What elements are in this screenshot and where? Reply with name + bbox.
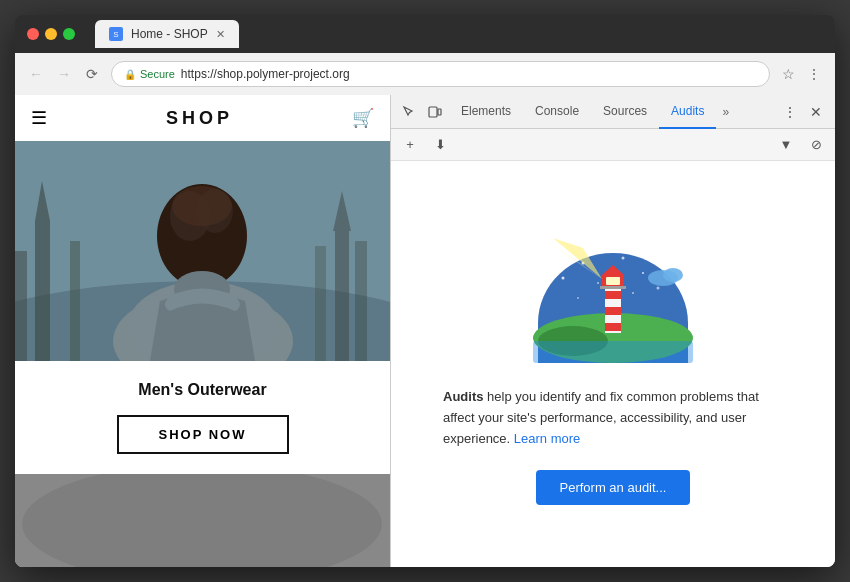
tab-elements[interactable]: Elements — [449, 95, 523, 129]
svg-point-35 — [663, 268, 683, 282]
tab-console[interactable]: Console — [523, 95, 591, 129]
svg-rect-46 — [600, 286, 626, 289]
learn-more-link[interactable]: Learn more — [514, 431, 580, 446]
inspect-element-icon[interactable] — [399, 102, 419, 122]
shop-header: ☰ SHOP 🛒 — [15, 95, 390, 141]
svg-rect-49 — [533, 341, 693, 363]
svg-rect-45 — [606, 277, 620, 285]
title-bar: S Home - SHOP ✕ — [15, 15, 835, 53]
shop-panel: ☰ SHOP 🛒 — [15, 95, 390, 567]
tab-area: S Home - SHOP ✕ — [95, 20, 823, 48]
secure-label: Secure — [140, 68, 175, 80]
close-button[interactable] — [27, 28, 39, 40]
active-tab[interactable]: S Home - SHOP ✕ — [95, 20, 239, 48]
tab-close-button[interactable]: ✕ — [216, 28, 225, 41]
devtools-tabs: Elements Console Sources Audits » ⋮ ✕ — [391, 95, 835, 129]
tab-title: Home - SHOP — [131, 27, 208, 41]
lock-icon: 🔒 — [124, 69, 136, 80]
product-section: Men's Outerwear SHOP NOW — [15, 361, 390, 474]
bookmark-button[interactable]: ☆ — [780, 64, 797, 84]
svg-point-30 — [657, 287, 660, 290]
traffic-lights — [27, 28, 75, 40]
forward-button[interactable]: → — [55, 65, 73, 83]
devtools-actions: ⋮ ✕ — [779, 101, 827, 123]
more-tabs-button[interactable]: » — [716, 105, 735, 119]
back-button[interactable]: ← — [27, 65, 45, 83]
devtools-toolbar: + ⬇ ▼ ⊘ — [391, 129, 835, 161]
audits-bold-text: Audits — [443, 389, 483, 404]
svg-point-32 — [577, 297, 579, 299]
svg-point-25 — [562, 277, 565, 280]
product-title: Men's Outerwear — [31, 381, 374, 399]
address-input[interactable]: 🔒 Secure https://shop.polymer-project.or… — [111, 61, 770, 87]
svg-point-27 — [597, 282, 599, 284]
address-bar: ← → ⟳ 🔒 Secure https://shop.polymer-proj… — [15, 53, 835, 95]
svg-point-16 — [172, 186, 232, 226]
audits-description: Audits help you identify and fix common … — [443, 387, 783, 449]
devtools-panel: Elements Console Sources Audits » ⋮ ✕ — [390, 95, 835, 567]
svg-rect-42 — [605, 323, 621, 331]
cart-icon[interactable]: 🛒 — [352, 107, 374, 129]
lighthouse-illustration — [533, 223, 693, 363]
svg-point-29 — [642, 272, 644, 274]
secure-badge: 🔒 Secure — [124, 68, 175, 80]
download-button[interactable]: ⬇ — [429, 134, 451, 156]
browser-actions: ☆ ⋮ — [780, 64, 823, 84]
hero-illustration — [15, 141, 390, 361]
more-options-button[interactable]: ⋮ — [805, 64, 823, 84]
audits-content: Audits help you identify and fix common … — [391, 161, 835, 567]
shop-now-button[interactable]: SHOP NOW — [117, 415, 289, 454]
perform-audit-button[interactable]: Perform an audit... — [536, 470, 691, 505]
devtools-close-button[interactable]: ✕ — [805, 101, 827, 123]
device-toolbar-icon[interactable] — [425, 102, 445, 122]
svg-point-33 — [632, 292, 634, 294]
bottom-section-image — [15, 474, 390, 567]
address-url: https://shop.polymer-project.org — [181, 67, 350, 81]
svg-point-28 — [622, 257, 625, 260]
block-button[interactable]: ⊘ — [805, 134, 827, 156]
browser-window: S Home - SHOP ✕ ← → ⟳ 🔒 Secure https://s… — [15, 15, 835, 567]
svg-rect-41 — [605, 307, 621, 315]
tab-sources[interactable]: Sources — [591, 95, 659, 129]
reload-button[interactable]: ⟳ — [83, 65, 101, 83]
svg-rect-21 — [429, 107, 437, 117]
devtools-icons — [399, 102, 445, 122]
tab-favicon: S — [109, 27, 123, 41]
shop-bottom-section — [15, 474, 390, 567]
tab-audits[interactable]: Audits — [659, 95, 716, 129]
svg-rect-40 — [605, 291, 621, 299]
shop-title: SHOP — [166, 108, 233, 129]
minimize-button[interactable] — [45, 28, 57, 40]
add-button[interactable]: + — [399, 134, 421, 156]
maximize-button[interactable] — [63, 28, 75, 40]
devtools-settings-button[interactable]: ⋮ — [779, 101, 801, 123]
menu-icon[interactable]: ☰ — [31, 107, 47, 129]
filter-button[interactable]: ▼ — [775, 134, 797, 156]
audits-rest-text: help you identify and fix common problem… — [443, 389, 759, 446]
svg-point-20 — [22, 474, 382, 567]
main-content: ☰ SHOP 🛒 — [15, 95, 835, 567]
svg-rect-22 — [438, 109, 441, 115]
shop-hero-image — [15, 141, 390, 361]
